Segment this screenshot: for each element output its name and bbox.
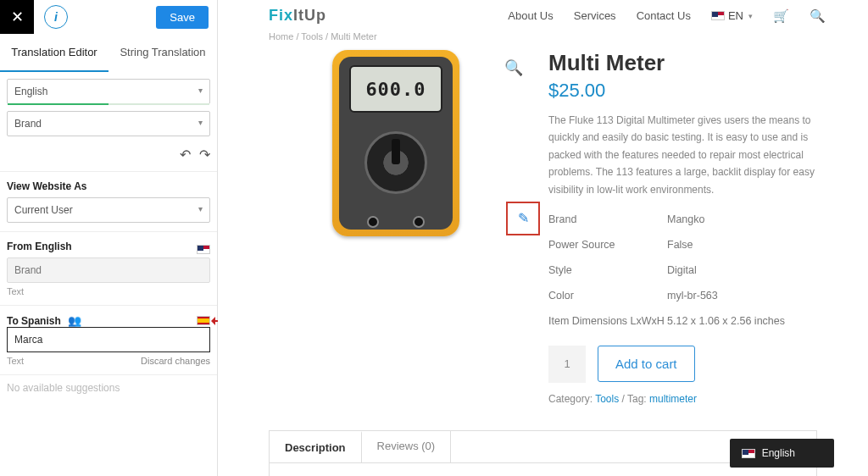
tab-string-translation[interactable]: String Translation [108,34,217,72]
tab-translation-editor[interactable]: Translation Editor [0,34,108,72]
translation-sidebar: ✕ i Save Translation Editor String Trans… [0,0,218,476]
info-button[interactable]: i [44,5,68,29]
crumb-home[interactable]: Home [269,31,293,42]
redo-icon[interactable]: ↷ [199,147,210,163]
tag-link[interactable]: multimeter [649,393,697,405]
view-as-select[interactable]: Current User [7,197,210,223]
to-language-label: To Spanish [7,315,61,327]
source-language-select[interactable]: English [7,79,210,104]
quantity-input[interactable]: 1 [548,346,586,383]
nav-services[interactable]: Services [574,9,616,22]
nav-language-switcher[interactable]: EN [711,9,753,22]
save-button[interactable]: Save [156,6,209,29]
nav-about[interactable]: About Us [508,9,553,22]
attr-val-color: myl-br-563 [667,290,718,302]
flag-us-icon [197,245,210,254]
product-price: $25.00 [548,80,817,102]
category-link[interactable]: Tools [595,393,619,405]
product-attributes: ✎ Brand Mangko Power SourceFalse StyleDi… [548,207,817,334]
view-as-label: View Website As [7,180,210,192]
flag-us-icon [711,11,725,20]
attr-key-brand: Brand [548,213,667,225]
context-select[interactable]: Brand [7,111,210,136]
product-image[interactable]: 600.0 [320,50,472,236]
edit-translation-button[interactable]: ✎ [506,202,540,235]
attr-key-color: Color [548,290,667,302]
source-type-label: Text [7,286,24,296]
floating-language-switcher[interactable]: English [730,439,834,468]
attr-val-style: Digital [667,264,697,276]
undo-icon[interactable]: ↶ [180,147,191,163]
crumb-current: Multi Meter [331,31,376,42]
sidebar-tabs: Translation Editor String Translation [0,34,217,72]
product-image-area: 🔍 600.0 [269,50,523,405]
breadcrumb: Home / Tools / Multi Meter [218,31,868,42]
site-logo[interactable]: FixItUp [269,7,326,25]
tab-reviews[interactable]: Reviews (0) [362,431,452,462]
search-icon[interactable]: 🔍 [810,8,826,24]
attr-key-power: Power Source [548,239,667,251]
attr-key-dim: Item Dimensions LxWxH [548,315,667,327]
attr-val-dim: 5.12 x 1.06 x 2.56 inches [667,315,785,327]
product-description: The Fluke 113 Digital Multimeter gives u… [548,112,817,198]
discard-changes-link[interactable]: Discard changes [141,356,210,366]
meter-display: 600.0 [349,65,442,113]
collaborators-icon[interactable]: 👥 [68,314,81,327]
website-preview: FixItUp About Us Services Contact Us EN … [218,0,868,476]
attr-val-brand: Mangko [667,213,704,225]
close-button[interactable]: ✕ [0,0,34,34]
meter-dial [364,131,427,194]
no-suggestions-text: No available suggestions [0,375,217,401]
attr-val-power: False [667,239,693,251]
zoom-icon[interactable]: 🔍 [504,58,523,77]
translation-type-label: Text [7,356,24,366]
product-title: Multi Meter [548,50,817,76]
cart-icon[interactable]: 🛒 [773,8,789,24]
sidebar-header: ✕ i Save [0,0,217,34]
product-meta: Category: Tools / Tag: multimeter [548,393,817,405]
tab-description[interactable]: Description [270,431,362,462]
pencil-icon: ✎ [518,210,529,226]
add-to-cart-button[interactable]: Add to cart [598,346,695,382]
undo-redo-row: ↶ ↷ [0,143,217,172]
from-language-label: From English [7,241,72,252]
attr-key-style: Style [548,264,667,276]
translation-input[interactable] [7,327,210,352]
flag-us-icon [742,449,755,458]
site-nav: FixItUp About Us Services Contact Us EN … [218,0,868,31]
nav-contact[interactable]: Contact Us [637,9,691,22]
source-text-field: Brand [7,257,210,283]
crumb-tools[interactable]: Tools [301,31,323,42]
